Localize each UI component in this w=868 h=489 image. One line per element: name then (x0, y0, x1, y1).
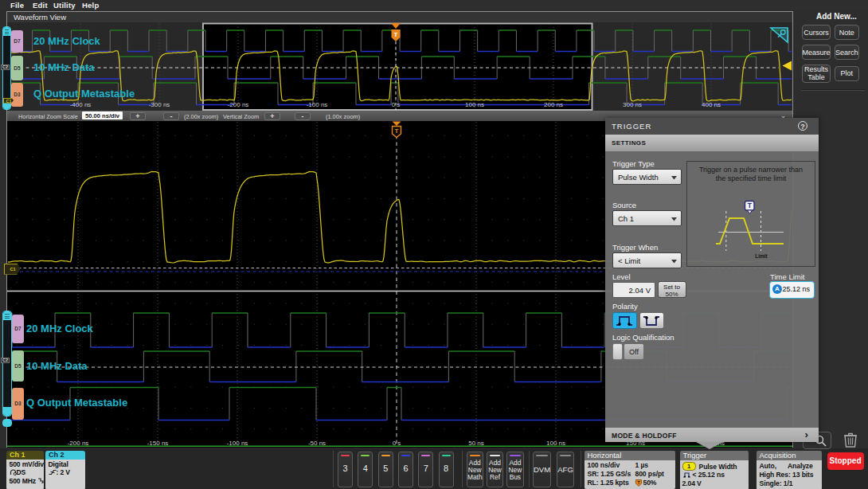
add-new-math-button[interactable]: AddNewMath (467, 452, 484, 487)
channel-7-button[interactable]: 7 (418, 452, 433, 487)
menu-item-help[interactable]: Help (82, 1, 99, 10)
horizontal-zoom-scale-input[interactable]: 50.00 ns/div (82, 111, 123, 119)
vertical-zoom-plus-button[interactable]: + (264, 112, 280, 120)
channel-label-d5: 10 MHz Data (26, 360, 88, 372)
mode-holdoff-bar[interactable]: MODE & HOLDOFF › (605, 428, 819, 442)
channel-5-button[interactable]: 5 (378, 452, 393, 487)
overview-axis-tick: -400 ns (70, 101, 92, 108)
add-new-plot-button[interactable]: Plot (835, 66, 860, 81)
channel-8-button[interactable]: 8 (439, 452, 454, 487)
digital-channel-badge-d3[interactable]: D3 (11, 83, 23, 107)
acquisition-badge-title: Acquisition (757, 451, 822, 460)
channel-2-badge[interactable]: Ch 2 Digital : 2 V (45, 451, 85, 489)
dvm-button[interactable]: DVM (533, 452, 551, 487)
channel-8-color-bar (442, 455, 451, 456)
channel-6-button[interactable]: 6 (398, 452, 413, 487)
color-bar (490, 455, 501, 456)
digital-channel-badge-d7[interactable]: D7 (12, 315, 24, 343)
main-trigger-marker[interactable]: T (393, 122, 401, 138)
add-new-note-button[interactable]: Note (835, 25, 860, 40)
menu-item-file[interactable]: File (10, 1, 24, 10)
overview-axis-tick: 300 ns (623, 101, 642, 108)
trigger-badge[interactable]: Trigger 1Pulse Width < 25.12 ns 2.04 V (680, 451, 749, 489)
ch2-position-tag[interactable]: C2 (1, 65, 10, 70)
trigger-panel-header[interactable]: TRIGGER ? (605, 118, 819, 135)
trigger-type-text: Pulse Width (699, 462, 737, 470)
horizontal-badge-details: 100 ns/div1 µs SR: 1.25 GS/s800 ps/pt RL… (585, 460, 676, 489)
overview-axis-tick: 100 ns (465, 101, 484, 108)
diagram-caption-line2: the specified time limit (687, 174, 815, 182)
overview-axis-tick: 400 ns (702, 101, 721, 108)
channel-4-button[interactable]: 4 (358, 452, 373, 487)
channel-1-details: 500 mV/div DS 500 MHz (6, 460, 44, 489)
menu-item-utility[interactable]: Utility (53, 1, 76, 10)
digital-channel-badge-d5[interactable]: D5 (11, 56, 23, 80)
add-new-bus-button[interactable]: AddNewBus (506, 452, 524, 487)
handle-grip-line (5, 33, 9, 34)
digital-channel-badge-d7[interactable]: D7 (11, 30, 23, 53)
digital-channel-badge-d3[interactable]: D3 (12, 388, 24, 421)
trash-button[interactable] (841, 430, 860, 449)
afg-button[interactable]: AFG (557, 452, 575, 487)
channel-4-color-bar (361, 455, 369, 456)
vertical-zoom-minus-button[interactable]: - (295, 112, 311, 120)
trigger-condition: < 25.12 ns (693, 471, 725, 479)
vertical-zoom-label: Vertical Zoom (223, 113, 259, 120)
bottom-bar: Ch 1 500 mV/div DS 500 MHz Ch 2 Digital … (0, 448, 868, 489)
svg-text:T: T (395, 127, 399, 135)
help-icon[interactable]: ? (798, 121, 807, 131)
add-new-measure-button[interactable]: Measure (802, 45, 831, 60)
menu-item-edit[interactable]: Edit (33, 1, 48, 10)
digital-group-handle[interactable] (2, 311, 12, 417)
horizontal-zoom-plus-button[interactable]: + (130, 112, 146, 120)
add-new-search-button[interactable]: Search (835, 45, 860, 60)
run-stop-status-button[interactable]: Stopped (827, 452, 864, 470)
acquisition-badge-details: Auto,Analyze High Res: 13 bits Single: 1… (757, 460, 822, 489)
trigger-when-dropdown[interactable]: < Limit (612, 252, 682, 268)
trigger-level-label: Level (612, 272, 631, 281)
channel-7-color-bar (421, 455, 430, 456)
trigger-level-arrow[interactable] (783, 61, 792, 71)
set-to-50-button[interactable]: Set to 50% (658, 281, 686, 298)
logic-qualification-toggle[interactable] (612, 343, 623, 360)
time-limit-input[interactable]: A 25.12 ns (769, 281, 815, 299)
button-label: DVM (534, 465, 550, 474)
add-new-results-table-button[interactable]: Results Table (802, 65, 831, 83)
vertical-zoom-factor: (1.00x zoom) (326, 113, 360, 120)
bottom-bar-separator (462, 451, 463, 487)
ch2-position-tag[interactable]: C2 (1, 358, 10, 363)
trigger-level-input[interactable]: 2.04 V (612, 282, 655, 298)
trigger-source-dropdown[interactable]: Ch 1 (612, 210, 682, 226)
handle-grip-line (5, 318, 10, 319)
polarity-positive-button[interactable] (612, 312, 637, 329)
trigger-level-text: 2.04 V (682, 479, 749, 488)
trigger-level-value: 2.04 V (629, 286, 651, 295)
trigger-panel-title: TRIGGER (612, 122, 651, 131)
acquisition-badge[interactable]: Acquisition Auto,Analyze High Res: 13 bi… (757, 451, 822, 489)
horizontal-window: 1 µs (635, 461, 649, 469)
waveform-overview[interactable]: T-400 ns-300 ns-200 ns-100 ns0 s100 ns20… (7, 22, 792, 111)
analog-group-handle[interactable] (2, 419, 12, 427)
channel-1-badge[interactable]: Ch 1 500 mV/div DS 500 MHz (6, 451, 44, 489)
overview-axis-tick: -300 ns (149, 101, 170, 108)
channel-2-threshold: : 2 V (57, 468, 70, 476)
horizontal-badge[interactable]: Horizontal 100 ns/div1 µs SR: 1.25 GS/s8… (585, 451, 676, 489)
polarity-negative-button[interactable] (639, 312, 664, 329)
add-new-cursors-button[interactable]: Cursors (802, 25, 831, 40)
button-label: AddNewBus (507, 460, 523, 482)
channel-3-color-bar (341, 455, 350, 456)
channel-1-name: Ch 1 (6, 451, 44, 460)
overview-zoom-icon[interactable] (771, 28, 788, 42)
horizontal-zoom-minus-button[interactable]: - (163, 112, 179, 120)
add-new-ref-button[interactable]: AddNewRef (487, 452, 504, 487)
trigger-settings-tab[interactable]: SETTINGS (605, 135, 819, 151)
trigger-type-dropdown[interactable]: Pulse Width (612, 169, 682, 185)
digital-channel-badge-d5[interactable]: D5 (12, 350, 24, 381)
horizontal-zoom-scale-label: Horizontal Zoom Scale (18, 113, 78, 120)
channel-3-button[interactable]: 3 (338, 452, 353, 487)
channel-label-d3: Q Output Metastable (26, 397, 127, 409)
trigger-source-value: Ch 1 (618, 214, 634, 223)
probe-icon (37, 478, 44, 483)
button-label: AFG (557, 465, 574, 474)
trigger-when-value: < Limit (618, 256, 640, 265)
